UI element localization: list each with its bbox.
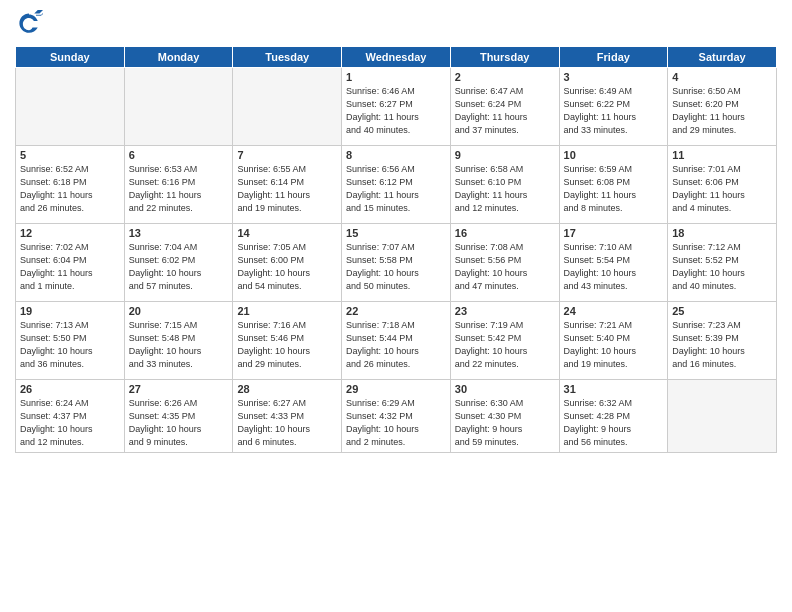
week-row-5: 26Sunrise: 6:24 AM Sunset: 4:37 PM Dayli…: [16, 380, 777, 453]
day-number: 10: [564, 149, 664, 161]
day-info: Sunrise: 6:53 AM Sunset: 6:16 PM Dayligh…: [129, 163, 229, 215]
calendar-cell: 10Sunrise: 6:59 AM Sunset: 6:08 PM Dayli…: [559, 146, 668, 224]
day-info: Sunrise: 7:02 AM Sunset: 6:04 PM Dayligh…: [20, 241, 120, 293]
day-info: Sunrise: 7:10 AM Sunset: 5:54 PM Dayligh…: [564, 241, 664, 293]
calendar-cell: 16Sunrise: 7:08 AM Sunset: 5:56 PM Dayli…: [450, 224, 559, 302]
day-info: Sunrise: 7:04 AM Sunset: 6:02 PM Dayligh…: [129, 241, 229, 293]
day-info: Sunrise: 6:58 AM Sunset: 6:10 PM Dayligh…: [455, 163, 555, 215]
calendar-cell: 19Sunrise: 7:13 AM Sunset: 5:50 PM Dayli…: [16, 302, 125, 380]
calendar-cell: 11Sunrise: 7:01 AM Sunset: 6:06 PM Dayli…: [668, 146, 777, 224]
day-info: Sunrise: 7:13 AM Sunset: 5:50 PM Dayligh…: [20, 319, 120, 371]
day-info: Sunrise: 6:29 AM Sunset: 4:32 PM Dayligh…: [346, 397, 446, 449]
day-info: Sunrise: 7:18 AM Sunset: 5:44 PM Dayligh…: [346, 319, 446, 371]
day-info: Sunrise: 6:50 AM Sunset: 6:20 PM Dayligh…: [672, 85, 772, 137]
calendar-cell: 24Sunrise: 7:21 AM Sunset: 5:40 PM Dayli…: [559, 302, 668, 380]
day-number: 7: [237, 149, 337, 161]
weekday-header-friday: Friday: [559, 47, 668, 68]
day-info: Sunrise: 7:23 AM Sunset: 5:39 PM Dayligh…: [672, 319, 772, 371]
day-info: Sunrise: 7:07 AM Sunset: 5:58 PM Dayligh…: [346, 241, 446, 293]
calendar-cell: 17Sunrise: 7:10 AM Sunset: 5:54 PM Dayli…: [559, 224, 668, 302]
calendar-cell: 28Sunrise: 6:27 AM Sunset: 4:33 PM Dayli…: [233, 380, 342, 453]
day-number: 24: [564, 305, 664, 317]
day-number: 17: [564, 227, 664, 239]
day-number: 23: [455, 305, 555, 317]
day-number: 16: [455, 227, 555, 239]
weekday-header-thursday: Thursday: [450, 47, 559, 68]
day-number: 22: [346, 305, 446, 317]
calendar-cell: 15Sunrise: 7:07 AM Sunset: 5:58 PM Dayli…: [342, 224, 451, 302]
weekday-header-tuesday: Tuesday: [233, 47, 342, 68]
day-info: Sunrise: 7:05 AM Sunset: 6:00 PM Dayligh…: [237, 241, 337, 293]
week-row-1: 1Sunrise: 6:46 AM Sunset: 6:27 PM Daylig…: [16, 68, 777, 146]
day-number: 11: [672, 149, 772, 161]
calendar-cell: 29Sunrise: 6:29 AM Sunset: 4:32 PM Dayli…: [342, 380, 451, 453]
day-info: Sunrise: 6:55 AM Sunset: 6:14 PM Dayligh…: [237, 163, 337, 215]
calendar: SundayMondayTuesdayWednesdayThursdayFrid…: [15, 46, 777, 453]
calendar-cell: [16, 68, 125, 146]
calendar-cell: [668, 380, 777, 453]
calendar-cell: [233, 68, 342, 146]
calendar-cell: 4Sunrise: 6:50 AM Sunset: 6:20 PM Daylig…: [668, 68, 777, 146]
day-number: 26: [20, 383, 120, 395]
weekday-header-wednesday: Wednesday: [342, 47, 451, 68]
logo: [15, 10, 47, 38]
weekday-header-saturday: Saturday: [668, 47, 777, 68]
day-number: 4: [672, 71, 772, 83]
week-row-2: 5Sunrise: 6:52 AM Sunset: 6:18 PM Daylig…: [16, 146, 777, 224]
calendar-cell: 14Sunrise: 7:05 AM Sunset: 6:00 PM Dayli…: [233, 224, 342, 302]
calendar-cell: [124, 68, 233, 146]
day-number: 20: [129, 305, 229, 317]
calendar-cell: 8Sunrise: 6:56 AM Sunset: 6:12 PM Daylig…: [342, 146, 451, 224]
day-info: Sunrise: 6:56 AM Sunset: 6:12 PM Dayligh…: [346, 163, 446, 215]
day-info: Sunrise: 6:49 AM Sunset: 6:22 PM Dayligh…: [564, 85, 664, 137]
calendar-cell: 7Sunrise: 6:55 AM Sunset: 6:14 PM Daylig…: [233, 146, 342, 224]
calendar-cell: 18Sunrise: 7:12 AM Sunset: 5:52 PM Dayli…: [668, 224, 777, 302]
weekday-row: SundayMondayTuesdayWednesdayThursdayFrid…: [16, 47, 777, 68]
day-info: Sunrise: 7:15 AM Sunset: 5:48 PM Dayligh…: [129, 319, 229, 371]
day-info: Sunrise: 7:21 AM Sunset: 5:40 PM Dayligh…: [564, 319, 664, 371]
calendar-cell: 23Sunrise: 7:19 AM Sunset: 5:42 PM Dayli…: [450, 302, 559, 380]
day-number: 13: [129, 227, 229, 239]
calendar-cell: 6Sunrise: 6:53 AM Sunset: 6:16 PM Daylig…: [124, 146, 233, 224]
calendar-cell: 22Sunrise: 7:18 AM Sunset: 5:44 PM Dayli…: [342, 302, 451, 380]
calendar-cell: 26Sunrise: 6:24 AM Sunset: 4:37 PM Dayli…: [16, 380, 125, 453]
day-info: Sunrise: 6:30 AM Sunset: 4:30 PM Dayligh…: [455, 397, 555, 449]
day-number: 5: [20, 149, 120, 161]
day-number: 14: [237, 227, 337, 239]
calendar-header: SundayMondayTuesdayWednesdayThursdayFrid…: [16, 47, 777, 68]
day-number: 2: [455, 71, 555, 83]
day-info: Sunrise: 6:52 AM Sunset: 6:18 PM Dayligh…: [20, 163, 120, 215]
logo-icon: [15, 10, 43, 38]
day-info: Sunrise: 6:46 AM Sunset: 6:27 PM Dayligh…: [346, 85, 446, 137]
day-number: 15: [346, 227, 446, 239]
day-number: 9: [455, 149, 555, 161]
calendar-cell: 9Sunrise: 6:58 AM Sunset: 6:10 PM Daylig…: [450, 146, 559, 224]
day-number: 19: [20, 305, 120, 317]
weekday-header-sunday: Sunday: [16, 47, 125, 68]
calendar-cell: 30Sunrise: 6:30 AM Sunset: 4:30 PM Dayli…: [450, 380, 559, 453]
header: [15, 10, 777, 38]
day-info: Sunrise: 6:59 AM Sunset: 6:08 PM Dayligh…: [564, 163, 664, 215]
day-info: Sunrise: 7:19 AM Sunset: 5:42 PM Dayligh…: [455, 319, 555, 371]
day-number: 1: [346, 71, 446, 83]
day-info: Sunrise: 7:16 AM Sunset: 5:46 PM Dayligh…: [237, 319, 337, 371]
calendar-cell: 2Sunrise: 6:47 AM Sunset: 6:24 PM Daylig…: [450, 68, 559, 146]
day-info: Sunrise: 6:27 AM Sunset: 4:33 PM Dayligh…: [237, 397, 337, 449]
day-info: Sunrise: 7:08 AM Sunset: 5:56 PM Dayligh…: [455, 241, 555, 293]
day-number: 18: [672, 227, 772, 239]
day-number: 21: [237, 305, 337, 317]
calendar-body: 1Sunrise: 6:46 AM Sunset: 6:27 PM Daylig…: [16, 68, 777, 453]
day-number: 29: [346, 383, 446, 395]
day-number: 27: [129, 383, 229, 395]
day-number: 12: [20, 227, 120, 239]
calendar-cell: 31Sunrise: 6:32 AM Sunset: 4:28 PM Dayli…: [559, 380, 668, 453]
day-number: 31: [564, 383, 664, 395]
day-info: Sunrise: 6:47 AM Sunset: 6:24 PM Dayligh…: [455, 85, 555, 137]
weekday-header-monday: Monday: [124, 47, 233, 68]
day-number: 25: [672, 305, 772, 317]
day-number: 3: [564, 71, 664, 83]
day-number: 8: [346, 149, 446, 161]
calendar-cell: 27Sunrise: 6:26 AM Sunset: 4:35 PM Dayli…: [124, 380, 233, 453]
page: SundayMondayTuesdayWednesdayThursdayFrid…: [0, 0, 792, 612]
calendar-cell: 5Sunrise: 6:52 AM Sunset: 6:18 PM Daylig…: [16, 146, 125, 224]
